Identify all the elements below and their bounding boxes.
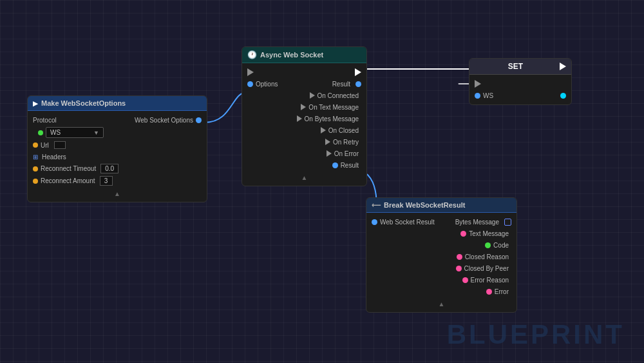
on-connected-pin	[310, 92, 315, 99]
url-label: Url	[41, 142, 49, 149]
on-text-pin	[301, 104, 306, 110]
make-websocket-options-header: ▶ Make WebSocketOptions	[28, 96, 207, 111]
options-row: Options Result	[242, 78, 366, 90]
break-websocket-body: Web Socket Result Bytes Message Text Mes…	[366, 213, 516, 312]
async-web-socket-title: Async Web Socket	[260, 51, 323, 59]
code-row: Code	[366, 239, 516, 251]
protocol-value: WS	[50, 129, 93, 136]
closed-by-peer-pin	[456, 266, 462, 271]
exec-pin-in	[247, 68, 254, 76]
set-node: SET WS	[469, 58, 572, 105]
make-websocket-title: Make WebSocketOptions	[41, 99, 126, 107]
on-closed-pin	[321, 127, 326, 133]
protocol-label: Protocol	[33, 117, 57, 124]
error-reason-label: Error Reason	[471, 277, 509, 284]
reconnect-timeout-pin	[33, 166, 38, 172]
dropdown-arrow-icon: ▼	[93, 130, 99, 136]
on-closed-label: On Closed	[328, 127, 359, 134]
on-retry-label: On Retry	[333, 139, 359, 146]
set-exec-out	[560, 63, 566, 70]
text-message-row: Text Message	[366, 228, 516, 239]
on-retry-row: On Retry	[242, 136, 366, 148]
set-title: SET	[508, 62, 523, 71]
headers-label: Headers	[42, 153, 66, 161]
web-socket-result-row: Web Socket Result Bytes Message	[366, 216, 516, 228]
headers-grid-icon: ⊞	[33, 153, 38, 161]
set-ws-pin-in	[475, 93, 480, 99]
on-bytes-message-row: On Bytes Message	[242, 113, 366, 124]
break-websocket-header: ⟵ Break WebSocketResult	[366, 198, 516, 213]
on-bytes-label: On Bytes Message	[305, 115, 359, 123]
headers-row: ⊞ Headers	[28, 151, 207, 162]
set-header: SET	[469, 59, 571, 75]
text-message-pin	[460, 231, 466, 237]
set-ws-row: WS	[469, 90, 571, 101]
async-clock-icon: 🕐	[247, 50, 257, 59]
result-label-1: Result	[332, 81, 350, 88]
set-exec-in-row	[469, 78, 571, 90]
make-websocket-options-node: ▶ Make WebSocketOptions Protocol Web Soc…	[27, 95, 207, 202]
set-ws-label: WS	[483, 92, 493, 99]
set-body: WS	[469, 75, 571, 104]
make-websocket-icon: ▶	[33, 100, 38, 107]
web-socket-options-label: Web Socket Options	[135, 117, 193, 124]
on-bytes-pin	[297, 115, 302, 122]
code-label: Code	[493, 242, 509, 249]
bytes-message-pin	[504, 219, 511, 226]
error-row: Error	[366, 286, 516, 297]
bytes-message-label: Bytes Message	[455, 219, 499, 226]
async-web-socket-node: 🕐 Async Web Socket Options Result On Con…	[242, 46, 367, 186]
on-text-label: On Text Message	[308, 104, 359, 111]
reconnect-amount-row: Reconnect Amount 3	[28, 175, 207, 187]
make-websocket-body: Protocol Web Socket Options WS ▼ Url ⊞ H…	[28, 111, 207, 202]
reconnect-amount-pin	[33, 179, 38, 184]
error-pin	[486, 289, 492, 295]
result-pin-2	[332, 162, 338, 168]
on-text-message-row: On Text Message	[242, 101, 366, 113]
url-input-box[interactable]	[54, 141, 66, 149]
expand-arrow-icon: ▲	[114, 190, 120, 197]
async-web-socket-body: Options Result On Connected On Text Mess…	[242, 63, 366, 186]
break-websocket-title: Break WebSocketResult	[384, 201, 465, 209]
result-pin-1	[355, 81, 361, 87]
closed-by-peer-label: Closed By Peer	[464, 265, 509, 272]
protocol-dropdown-row: WS ▼	[28, 126, 207, 139]
break-icon: ⟵	[372, 202, 381, 209]
code-pin	[485, 242, 491, 248]
reconnect-timeout-label: Reconnect Timeout	[41, 165, 96, 172]
ws-result-label: Web Socket Result	[380, 219, 435, 226]
closed-reason-label: Closed Reason	[465, 253, 509, 260]
error-label: Error	[495, 288, 509, 295]
async-web-socket-header: 🕐 Async Web Socket	[242, 47, 366, 63]
reconnect-amount-label: Reconnect Amount	[41, 177, 95, 184]
ws-result-pin-in	[372, 219, 377, 225]
async-exec-row	[242, 66, 366, 78]
async-expand-arrow: ▲	[242, 171, 366, 182]
on-connected-row: On Connected	[242, 90, 366, 101]
web-socket-options-pin	[196, 117, 202, 123]
url-row: Url	[28, 139, 207, 151]
break-expand-arrow: ▲	[366, 297, 516, 309]
blueprint-watermark: BLUEPRINT	[447, 319, 625, 350]
closed-reason-row: Closed Reason	[366, 251, 516, 262]
on-error-label: On Error	[334, 150, 359, 157]
on-closed-row: On Closed	[242, 124, 366, 136]
text-message-label: Text Message	[469, 230, 509, 237]
on-connected-label: On Connected	[317, 92, 359, 99]
protocol-dropdown[interactable]: WS ▼	[46, 127, 104, 138]
error-reason-row: Error Reason	[366, 274, 516, 286]
options-pin-in	[247, 81, 253, 87]
expand-arrow: ▲	[28, 187, 207, 199]
on-error-row: On Error	[242, 148, 366, 159]
result-row-2: Result	[242, 159, 366, 171]
reconnect-timeout-value[interactable]: 0.0	[100, 164, 118, 173]
reconnect-amount-value[interactable]: 3	[100, 176, 113, 186]
options-label: Options	[256, 81, 278, 88]
closed-reason-pin	[457, 254, 462, 260]
url-pin	[33, 142, 38, 148]
on-error-pin	[327, 150, 332, 157]
protocol-pin-left	[38, 130, 43, 135]
error-reason-pin	[462, 277, 468, 283]
result-label-2: Result	[341, 162, 359, 169]
reconnect-timeout-row: Reconnect Timeout 0.0	[28, 162, 207, 175]
